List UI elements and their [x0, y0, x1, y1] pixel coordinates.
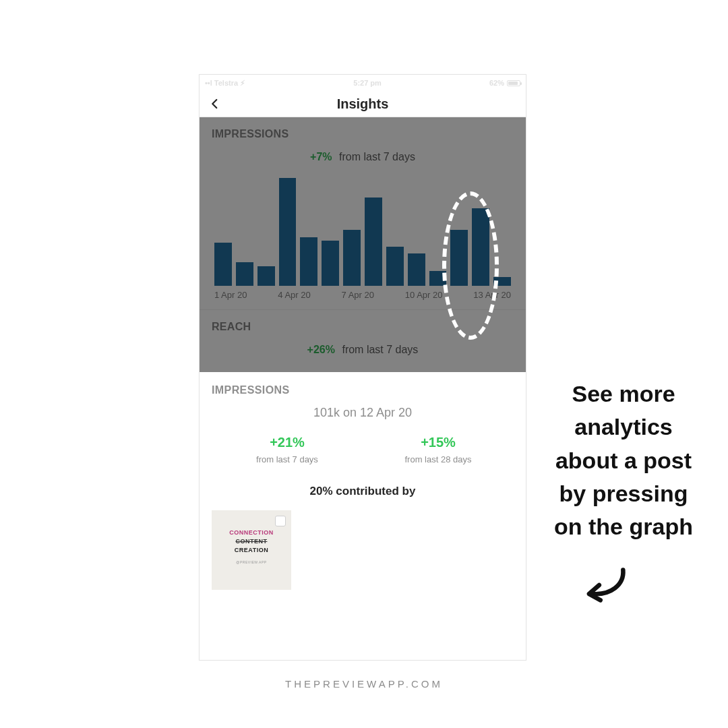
- reach-subtitle: +26% from last 7 days: [212, 344, 514, 356]
- popup-stats: +21% from last 7 days +15% from last 28 …: [212, 435, 514, 464]
- watermark: THEPREVIEWAPP.COM: [0, 678, 728, 690]
- chart-bar[interactable]: [257, 266, 275, 286]
- stat-7-days-delta: +21%: [212, 435, 363, 450]
- thumb-line-1: CONNECTION: [218, 529, 284, 536]
- caption-text: See more analytics about a post by press…: [546, 377, 701, 543]
- popup-subtitle: 101k on 12 Apr 20: [212, 406, 514, 420]
- chart-bar[interactable]: [450, 230, 468, 286]
- clock-text: 5:27 pm: [353, 79, 382, 87]
- phone-frame: ••l Telstra ⚡︎ 5:27 pm 62% Insights IMPR…: [199, 74, 526, 661]
- chart-bar[interactable]: [493, 277, 511, 286]
- chart-bar[interactable]: [386, 247, 404, 286]
- stat-7-days-from: from last 7 days: [212, 454, 363, 464]
- page-title: Insights: [337, 96, 389, 112]
- x-tick: 4 Apr 20: [278, 290, 310, 300]
- impressions-from: from last 7 days: [339, 151, 415, 162]
- dimmed-background: IMPRESSIONS +7% from last 7 days 1 Apr 2…: [200, 117, 526, 372]
- x-tick: 7 Apr 20: [342, 290, 374, 300]
- thumb-line-2: CONTENT: [218, 538, 284, 545]
- reach-section: REACH +26% from last 7 days: [200, 310, 526, 372]
- chart-bar[interactable]: [365, 198, 382, 286]
- chart-bar[interactable]: [300, 237, 317, 286]
- carrier-text: ••l Telstra ⚡︎: [205, 79, 245, 88]
- chart-bar[interactable]: [429, 271, 447, 286]
- reach-delta: +26%: [307, 344, 335, 355]
- stat-7-days: +21% from last 7 days: [212, 435, 363, 464]
- stat-28-days-from: from last 28 days: [363, 454, 514, 464]
- chart-bar[interactable]: [322, 241, 339, 286]
- back-button[interactable]: [209, 98, 221, 110]
- status-bar: ••l Telstra ⚡︎ 5:27 pm 62%: [200, 75, 526, 91]
- chart-bar[interactable]: [408, 253, 425, 286]
- arrow-icon: [585, 566, 630, 607]
- impressions-section: IMPRESSIONS +7% from last 7 days: [200, 117, 526, 171]
- impressions-subtitle: +7% from last 7 days: [212, 151, 514, 163]
- x-tick: 13 Apr 20: [473, 290, 511, 300]
- popup-title: IMPRESSIONS: [212, 384, 514, 396]
- insights-popup: IMPRESSIONS 101k on 12 Apr 20 +21% from …: [200, 372, 526, 606]
- chart-bar[interactable]: [343, 230, 361, 286]
- stat-28-days: +15% from last 28 days: [363, 435, 514, 464]
- nav-bar: Insights: [200, 91, 526, 117]
- reach-title: REACH: [212, 321, 514, 333]
- reach-from: from last 7 days: [342, 344, 418, 355]
- chart-bar[interactable]: [279, 178, 297, 286]
- battery-pct: 62%: [489, 79, 504, 87]
- chart-bar[interactable]: [214, 243, 232, 286]
- chart-bar[interactable]: [236, 262, 253, 286]
- impressions-delta: +7%: [310, 151, 332, 162]
- checkbox-icon: [275, 516, 286, 526]
- impressions-chart[interactable]: 1 Apr 204 Apr 207 Apr 2010 Apr 2013 Apr …: [200, 171, 526, 305]
- chart-bar[interactable]: [472, 208, 489, 286]
- x-tick: 10 Apr 20: [405, 290, 443, 300]
- x-tick: 1 Apr 20: [214, 290, 247, 300]
- thumb-line-3: CREATION: [218, 547, 284, 553]
- stat-28-days-delta: +15%: [363, 435, 514, 450]
- chevron-left-icon: [209, 98, 221, 110]
- battery-icon: [507, 80, 520, 86]
- post-thumbnail[interactable]: CONNECTION CONTENT CREATION @PREVIEW.APP: [212, 510, 291, 590]
- thumb-line-4: @PREVIEW.APP: [218, 560, 284, 564]
- contribution-text: 20% contributed by: [212, 485, 514, 498]
- impressions-title: IMPRESSIONS: [212, 128, 514, 140]
